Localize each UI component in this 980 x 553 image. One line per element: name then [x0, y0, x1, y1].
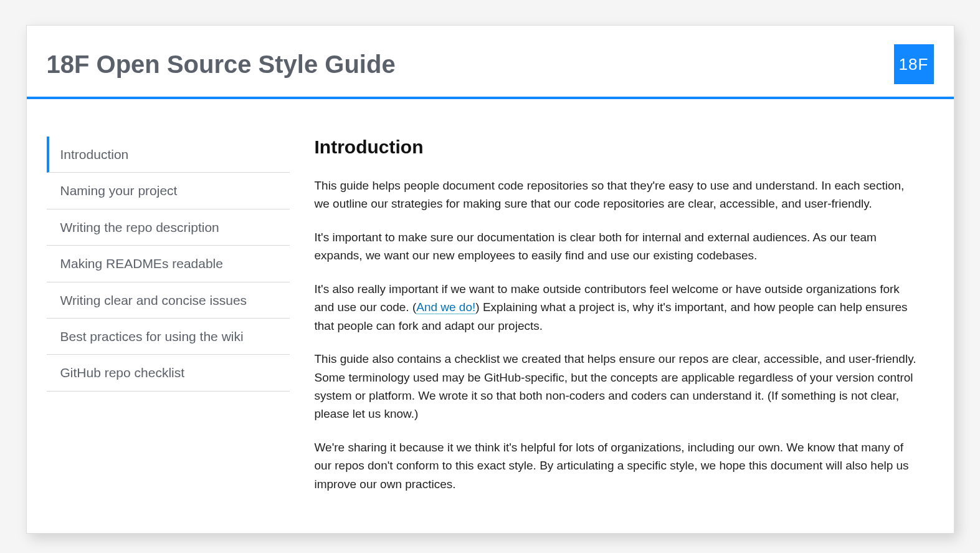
nav-item-label: Writing the repo description [60, 220, 219, 234]
content-heading: Introduction [315, 137, 921, 158]
nav-item-repo-description[interactable]: Writing the repo description [47, 209, 290, 246]
nav-list: Introduction Naming your project Writing… [47, 137, 290, 392]
paragraph-2: It's important to make sure our document… [315, 228, 921, 265]
nav-item-introduction[interactable]: Introduction [47, 137, 290, 173]
paragraph-3: It's also really important if we want to… [315, 280, 921, 335]
link-and-we-do[interactable]: And we do! [416, 301, 475, 314]
main: Introduction Naming your project Writing… [27, 99, 954, 533]
paragraph-4: This guide also contains a checklist we … [315, 350, 921, 423]
nav-item-wiki[interactable]: Best practices for using the wiki [47, 319, 290, 355]
paragraph-5: We're sharing it because it we think it'… [315, 438, 921, 493]
nav-item-label: Introduction [60, 147, 129, 161]
content-article: Introduction This guide helps people doc… [315, 137, 934, 508]
nav-item-label: GitHub repo checklist [60, 365, 185, 380]
nav-item-label: Best practices for using the wiki [60, 329, 244, 344]
header: 18F Open Source Style Guide 18F [27, 26, 954, 97]
nav-item-issues[interactable]: Writing clear and concise issues [47, 282, 290, 319]
nav-item-checklist[interactable]: GitHub repo checklist [47, 355, 290, 391]
page-container: 18F Open Source Style Guide 18F Introduc… [26, 25, 954, 534]
paragraph-1: This guide helps people document code re… [315, 176, 921, 213]
logo-text: 18F [899, 55, 929, 74]
nav-item-label: Writing clear and concise issues [60, 293, 247, 307]
site-title: 18F Open Source Style Guide [47, 50, 396, 79]
nav-item-readmes[interactable]: Making READMEs readable [47, 246, 290, 282]
nav-item-label: Naming your project [60, 183, 178, 198]
logo-18f[interactable]: 18F [894, 44, 934, 84]
nav-item-naming[interactable]: Naming your project [47, 173, 290, 209]
nav-item-label: Making READMEs readable [60, 256, 223, 271]
sidebar-nav: Introduction Naming your project Writing… [47, 137, 290, 508]
